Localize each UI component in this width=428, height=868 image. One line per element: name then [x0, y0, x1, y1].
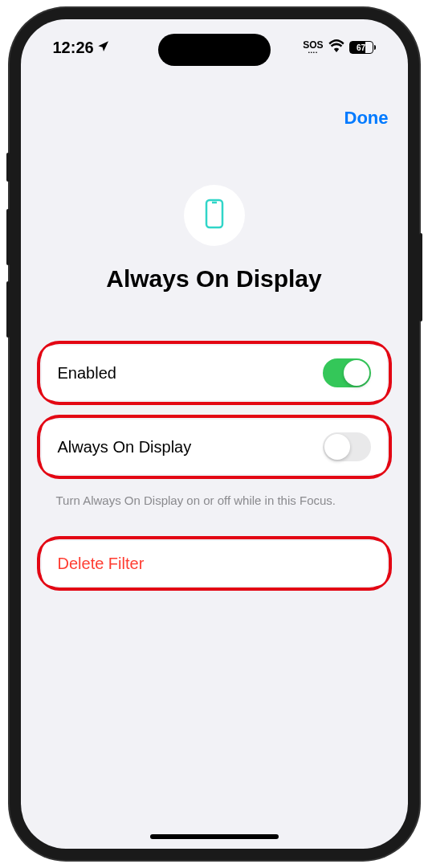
settings-group-1: Enabled Always On Display Turn Always	[21, 341, 408, 512]
settings-group-2: Delete Filter	[21, 536, 408, 591]
home-indicator[interactable]	[150, 834, 279, 839]
delete-filter-row[interactable]: Delete Filter	[42, 541, 387, 586]
enabled-row[interactable]: Enabled	[42, 346, 387, 400]
wifi-icon	[328, 39, 344, 55]
phone-icon	[205, 199, 224, 232]
settings-footer: Turn Always On Display on or off while i…	[37, 489, 392, 512]
aod-toggle[interactable]	[323, 432, 371, 461]
highlight-delete: Delete Filter	[37, 536, 392, 591]
content-area: Done Always On Display Enabled	[21, 19, 408, 849]
highlight-enabled: Enabled	[37, 341, 392, 405]
silent-switch	[6, 153, 10, 182]
svg-rect-0	[206, 200, 222, 227]
phone-frame: 12:26 SOS •••• 67	[10, 8, 419, 860]
dynamic-island	[158, 34, 271, 66]
enabled-toggle[interactable]	[323, 358, 371, 387]
volume-down-button	[6, 281, 10, 338]
volume-up-button	[6, 209, 10, 265]
battery-indicator: 67	[349, 41, 376, 54]
status-left: 12:26	[53, 39, 110, 57]
done-button[interactable]: Done	[344, 108, 389, 129]
aod-row[interactable]: Always On Display	[42, 420, 387, 474]
aod-label: Always On Display	[58, 438, 192, 457]
phone-screen: 12:26 SOS •••• 67	[21, 19, 408, 849]
header-section: Always On Display	[21, 185, 408, 293]
enabled-label: Enabled	[58, 364, 116, 383]
page-title: Always On Display	[106, 265, 321, 293]
nav-bar: Done	[21, 100, 408, 137]
power-button	[419, 233, 422, 321]
highlight-aod: Always On Display	[37, 415, 392, 479]
header-icon-circle	[184, 185, 245, 246]
sos-indicator: SOS ••••	[303, 40, 323, 55]
location-icon	[97, 39, 110, 57]
status-right: SOS •••• 67	[303, 39, 375, 55]
battery-level: 67	[357, 43, 365, 52]
status-time: 12:26	[53, 39, 94, 57]
delete-filter-label: Delete Filter	[58, 555, 145, 573]
